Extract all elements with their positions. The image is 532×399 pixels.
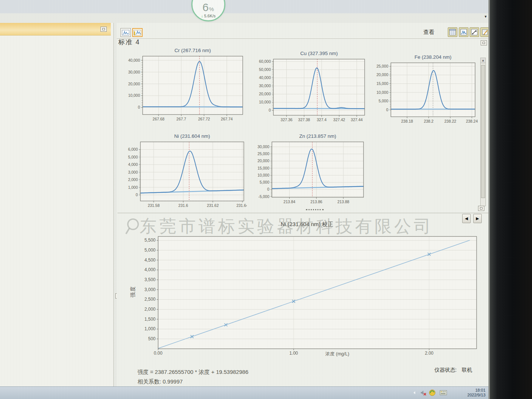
- spectrum-chart-ni-svg[interactable]: Ni (231.604 nm)231.58231.6231.62231.6401…: [122, 133, 247, 212]
- view-label: 查看: [423, 29, 434, 36]
- svg-text:213.88: 213.88: [337, 200, 349, 204]
- svg-text:5,000: 5,000: [144, 248, 156, 253]
- edit-note-icon: [482, 29, 488, 35]
- collapse-icon: [482, 42, 485, 44]
- svg-text:5,000: 5,000: [379, 99, 388, 103]
- svg-text:浓度 (mg/L): 浓度 (mg/L): [325, 351, 349, 357]
- scale-arrow-icon: [471, 29, 478, 35]
- view-table-button[interactable]: [448, 27, 457, 37]
- tray-volume-muted[interactable]: [420, 389, 427, 396]
- svg-text:20,000: 20,000: [259, 92, 271, 96]
- svg-text:10,000: 10,000: [259, 100, 271, 104]
- tray-expand-icon: [413, 391, 416, 395]
- calibration-chart-svg[interactable]: 浓度 (mg/L)0.001.002.005001,0001,5002,0002…: [130, 231, 481, 365]
- svg-text:4,000: 4,000: [128, 162, 138, 167]
- svg-text:231.58: 231.58: [148, 203, 160, 208]
- speaker-mute-icon: [420, 389, 427, 396]
- spectra-scrollbar-thumb[interactable]: [481, 65, 485, 198]
- tray-ime-app[interactable]: [429, 389, 436, 396]
- spectra-panel-collapse-button[interactable]: [481, 40, 487, 45]
- svg-text:40,000: 40,000: [128, 58, 140, 62]
- svg-text:231.62: 231.62: [207, 203, 219, 208]
- svg-text:30,000: 30,000: [259, 83, 271, 88]
- chevron-down-icon[interactable]: ▼: [484, 15, 487, 18]
- clock-date: 2022/9/13: [467, 393, 485, 398]
- calibration-next-button[interactable]: ▶: [473, 214, 482, 223]
- svg-text:3,000: 3,000: [144, 287, 156, 292]
- collapse-icon: [102, 28, 105, 30]
- spectrum-chart-cr[interactable]: Cr (267.716 nm)267.68267.7267.72267.7401…: [122, 47, 246, 126]
- svg-text:10,000: 10,000: [258, 173, 269, 177]
- instrument-status: 仪器状态:联机: [434, 367, 472, 374]
- svg-text:25,000: 25,000: [258, 151, 269, 156]
- svg-text:0: 0: [138, 105, 140, 109]
- panel-separator: [117, 213, 490, 213]
- svg-text:238.18: 238.18: [401, 119, 413, 123]
- svg-text:60,000: 60,000: [259, 59, 271, 64]
- svg-text:10,000: 10,000: [376, 90, 388, 95]
- keyboard-icon: [440, 390, 447, 396]
- calibration-chart[interactable]: 浓度 (mg/L)0.001.002.005001,0001,5002,0002…: [130, 231, 481, 365]
- svg-text:267.74: 267.74: [221, 117, 233, 121]
- correlation-coefficient: 相关系数: 0.99997: [137, 378, 183, 385]
- chart-view-icon: [460, 29, 467, 35]
- photo-top-band-2: [0, 13, 532, 23]
- calibration-panel-collapse-button[interactable]: [478, 206, 484, 211]
- left-panel-collapse-button[interactable]: [100, 27, 107, 32]
- svg-text:5,500: 5,500: [144, 238, 156, 243]
- badge-percent: 6%: [192, 1, 224, 14]
- photo-top-band: [0, 0, 532, 13]
- spectrum-tab-icon: [122, 30, 129, 35]
- spectrum-tab-selected-icon: [134, 30, 141, 35]
- svg-text:40,000: 40,000: [259, 75, 271, 80]
- svg-text:0: 0: [267, 187, 269, 191]
- calibration-y-axis-label: 强度: [130, 286, 136, 297]
- svg-text:1,000: 1,000: [144, 326, 156, 331]
- svg-text:231.64: 231.64: [236, 203, 247, 208]
- spectrum-chart-fe-svg[interactable]: Fe (238.204 nm)238.18238.2238.22238.2405…: [372, 54, 478, 128]
- svg-text:231.6: 231.6: [178, 203, 188, 208]
- calibration-equation: 强度 = 2387.26555700 * 浓度 + 19.53982986: [137, 369, 248, 376]
- tray-expand-button[interactable]: [411, 389, 418, 396]
- svg-text:1,500: 1,500: [144, 317, 156, 322]
- view-scale-button[interactable]: [470, 27, 479, 37]
- svg-text:1,000: 1,000: [128, 185, 138, 190]
- arrow-right-icon: ▶: [476, 216, 479, 221]
- spectrum-chart-cu-svg[interactable]: Cu (327.395 nm)327.36327.38327.4327.4232…: [251, 50, 368, 126]
- svg-text:6,000: 6,000: [128, 147, 138, 151]
- svg-text:327.36: 327.36: [281, 117, 293, 122]
- svg-text:Fe (238.204 nm): Fe (238.204 nm): [415, 54, 451, 60]
- spectrum-chart-cu[interactable]: Cu (327.395 nm)327.36327.38327.4327.4232…: [251, 50, 368, 126]
- spectrum-chart-fe[interactable]: Fe (238.204 nm)238.18238.2238.22238.2405…: [372, 54, 478, 128]
- svg-text:0: 0: [136, 192, 138, 197]
- calibration-title: Ni (231.604 nm) 校正: [281, 221, 333, 228]
- spectrum-chart-cr-svg[interactable]: Cr (267.716 nm)267.68267.7267.72267.7401…: [122, 47, 246, 126]
- left-panel: [0, 23, 114, 399]
- table-view-icon: [449, 29, 456, 35]
- splitter-handle[interactable]: [306, 209, 324, 210]
- view-chart-button[interactable]: [459, 27, 468, 37]
- spectrum-chart-ni[interactable]: Ni (231.604 nm)231.58231.6231.62231.6401…: [122, 133, 247, 212]
- tray-keyboard[interactable]: [440, 389, 447, 396]
- tab-spectrum-view-2-selected[interactable]: [132, 28, 143, 37]
- svg-text:327.44: 327.44: [351, 117, 363, 122]
- spectrum-chart-zn[interactable]: Zn (213.857 nm)213.84213.86213.88-5,0000…: [251, 133, 366, 208]
- svg-text:Zn (213.857 nm): Zn (213.857 nm): [299, 133, 336, 139]
- spectrum-chart-zn-svg[interactable]: Zn (213.857 nm)213.84213.86213.88-5,0000…: [251, 133, 366, 208]
- calibration-prev-button[interactable]: ◀: [462, 214, 471, 223]
- svg-text:5,000: 5,000: [128, 155, 138, 159]
- collapse-icon: [480, 207, 482, 209]
- svg-text:1.00: 1.00: [289, 351, 298, 356]
- svg-text:0: 0: [269, 108, 271, 112]
- svg-text:3,000: 3,000: [128, 170, 138, 174]
- svg-text:0.00: 0.00: [154, 351, 163, 356]
- svg-text:50,000: 50,000: [259, 67, 271, 72]
- spectra-scrollbar-up-button[interactable]: ▲: [480, 58, 486, 63]
- svg-text:213.86: 213.86: [310, 200, 322, 204]
- tab-spectrum-view-1[interactable]: [120, 28, 131, 37]
- svg-text:20,000: 20,000: [376, 72, 388, 77]
- page-title: 标准 4: [118, 38, 140, 47]
- svg-text:267.68: 267.68: [153, 117, 164, 121]
- svg-text:30,000: 30,000: [128, 70, 140, 74]
- taskbar-clock[interactable]: 18:01 2022/9/13: [467, 388, 485, 398]
